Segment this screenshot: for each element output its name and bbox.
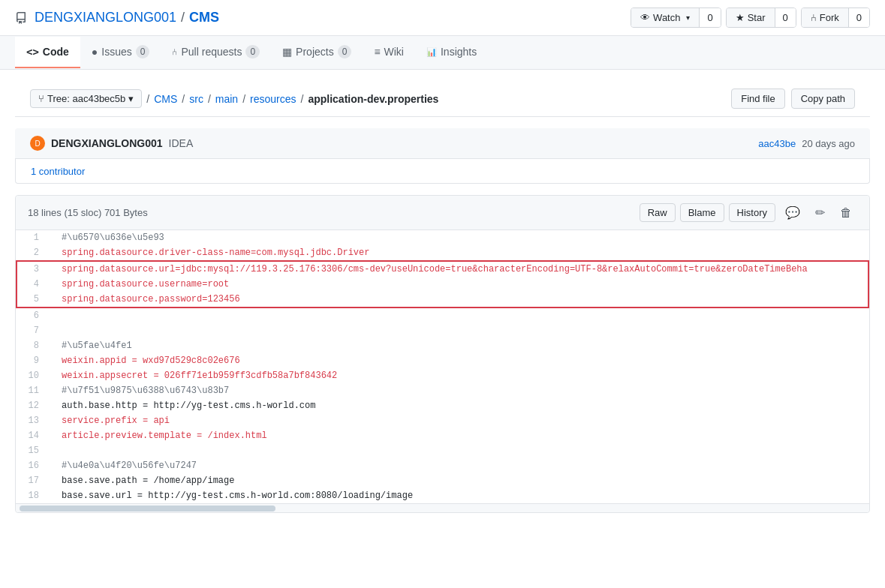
tab-code[interactable]: <> Code [15, 37, 80, 68]
line-number: 4 [17, 277, 54, 292]
tab-code-label: Code [43, 46, 69, 58]
line-code: #\u6570\u636e\u5e93 [54, 230, 868, 245]
commit-bar: D DENGXIANGLONG001 IDEA aac43be 20 days … [15, 128, 870, 159]
line-number: 11 [17, 383, 54, 398]
scrollbar-container[interactable] [16, 503, 869, 512]
star-label: Star [748, 12, 766, 23]
tree-label-text: Tree: aac43bec5b [47, 93, 125, 104]
comment-icon-button[interactable]: 💬 [780, 202, 805, 224]
line-code: spring.datasource.driver-class-name=com.… [54, 245, 868, 261]
breadcrumb-actions: Find file Copy path [731, 88, 855, 109]
star-icon: ★ [736, 12, 745, 23]
line-code [54, 323, 868, 338]
tab-insights[interactable]: 📊 Insights [415, 37, 488, 68]
nav-tabs: <> Code ● Issues 0 ⑃ Pull requests 0 ▦ P… [0, 36, 885, 70]
line-number: 18 [17, 488, 54, 503]
commit-hash[interactable]: aac43be [758, 138, 796, 149]
org-link[interactable]: DENGXIANGLONG001 [35, 10, 176, 26]
table-row: 2spring.datasource.driver-class-name=com… [17, 245, 868, 261]
branch-icon: ⑂ [38, 93, 44, 104]
table-row: 8#\u5fae\u4fe1 [17, 338, 868, 353]
line-code: spring.datasource.url=jdbc:mysql://119.3… [54, 261, 868, 277]
line-code [54, 443, 868, 458]
contributor-link[interactable]: 1 contributor [31, 166, 85, 177]
line-number: 7 [17, 323, 54, 338]
line-number: 2 [17, 245, 54, 261]
line-number: 6 [17, 308, 54, 323]
line-number: 8 [17, 338, 54, 353]
title-separator: / [181, 10, 185, 26]
tab-insights-label: Insights [441, 46, 477, 58]
bc-resources[interactable]: resources [250, 93, 296, 105]
bc-sep-1: / [182, 93, 185, 105]
fork-button[interactable]: ⑃ Fork [802, 8, 848, 27]
star-count: 0 [775, 8, 796, 27]
line-number: 16 [17, 458, 54, 473]
fork-icon: ⑃ [811, 12, 817, 23]
commit-author[interactable]: DENGXIANGLONG001 [51, 137, 163, 149]
copy-path-button[interactable]: Copy path [791, 88, 855, 109]
watch-count: 0 [699, 8, 720, 27]
line-code: article.preview.template = /index.html [54, 428, 868, 443]
history-button[interactable]: History [729, 203, 775, 222]
tab-pr-label: Pull requests [181, 46, 242, 58]
table-row: 14article.preview.template = /index.html [17, 428, 868, 443]
tree-selector[interactable]: ⑂ Tree: aac43bec5b ▾ [30, 89, 142, 108]
breadcrumb-filename: application-dev.properties [308, 93, 438, 105]
contributor-bar: 1 contributor [15, 159, 870, 184]
insights-icon: 📊 [426, 47, 437, 57]
tab-projects[interactable]: ▦ Projects 0 [271, 36, 363, 69]
table-row: 18base.save.url = http://yg-test.cms.h-w… [17, 488, 868, 503]
line-number: 5 [17, 292, 54, 308]
scrollbar-thumb [20, 506, 275, 512]
tab-projects-label: Projects [296, 46, 334, 58]
table-row: 6 [17, 308, 868, 323]
edit-icon-button[interactable]: ✏ [810, 202, 830, 224]
line-code: weixin.appsecret = 026ff71e1b959ff3cdfb5… [54, 368, 868, 383]
tab-pull-requests[interactable]: ⑃ Pull requests 0 [161, 36, 271, 69]
file-container: 18 lines (15 sloc) 701 Bytes Raw Blame H… [15, 195, 870, 513]
line-code: spring.datasource.password=123456 [54, 292, 868, 308]
tab-issues[interactable]: ● Issues 0 [80, 36, 161, 69]
line-code: weixin.appid = wxd97d529c8c02e676 [54, 353, 868, 368]
table-row: 15 [17, 443, 868, 458]
raw-button[interactable]: Raw [640, 203, 676, 222]
star-button[interactable]: ★ Star [727, 8, 775, 27]
line-number: 3 [17, 261, 54, 277]
bc-cms[interactable]: CMS [154, 93, 177, 105]
breadcrumb: ⑂ Tree: aac43bec5b ▾ / CMS / src / main … [30, 89, 438, 108]
line-code: spring.datasource.username=root [54, 277, 868, 292]
comment-icon: 💬 [785, 206, 800, 219]
tab-wiki[interactable]: ≡ Wiki [363, 37, 415, 68]
eye-icon: 👁 [640, 12, 650, 23]
watch-button[interactable]: 👁 Watch ▾ [631, 8, 699, 27]
bc-src[interactable]: src [189, 93, 203, 105]
trash-icon: 🗑 [840, 206, 852, 219]
commit-time: 20 days ago [802, 138, 855, 149]
line-number: 13 [17, 413, 54, 428]
bc-sep-4: / [301, 93, 304, 105]
blame-button[interactable]: Blame [680, 203, 724, 222]
delete-icon-button[interactable]: 🗑 [835, 202, 857, 224]
code-scroll[interactable]: 1#\u6570\u636e\u5e932spring.datasource.d… [16, 230, 869, 503]
line-code [54, 308, 868, 323]
line-number: 1 [17, 230, 54, 245]
line-code: service.prefix = api [54, 413, 868, 428]
line-code: #\u7f51\u9875\u6388\u6743\u83b7 [54, 383, 868, 398]
line-number: 12 [17, 398, 54, 413]
table-row: 10weixin.appsecret = 026ff71e1b959ff3cdf… [17, 368, 868, 383]
repo-icon [15, 12, 27, 24]
table-row: 1#\u6570\u636e\u5e93 [17, 230, 868, 245]
projects-badge: 0 [338, 45, 352, 58]
find-file-button[interactable]: Find file [731, 88, 785, 109]
repo-link[interactable]: CMS [189, 10, 219, 26]
star-group: ★ Star 0 [726, 8, 796, 28]
commit-message: IDEA [169, 137, 194, 149]
line-code: base.save.url = http://yg-test.cms.h-wor… [54, 488, 868, 503]
projects-icon: ▦ [282, 46, 292, 58]
line-code: auth.base.http = http://yg-test.cms.h-wo… [54, 398, 868, 413]
bc-sep-2: / [208, 93, 211, 105]
bc-main[interactable]: main [215, 93, 238, 105]
top-bar: DENGXIANGLONG001 / CMS 👁 Watch ▾ 0 ★ Sta… [0, 0, 885, 36]
line-number: 15 [17, 443, 54, 458]
